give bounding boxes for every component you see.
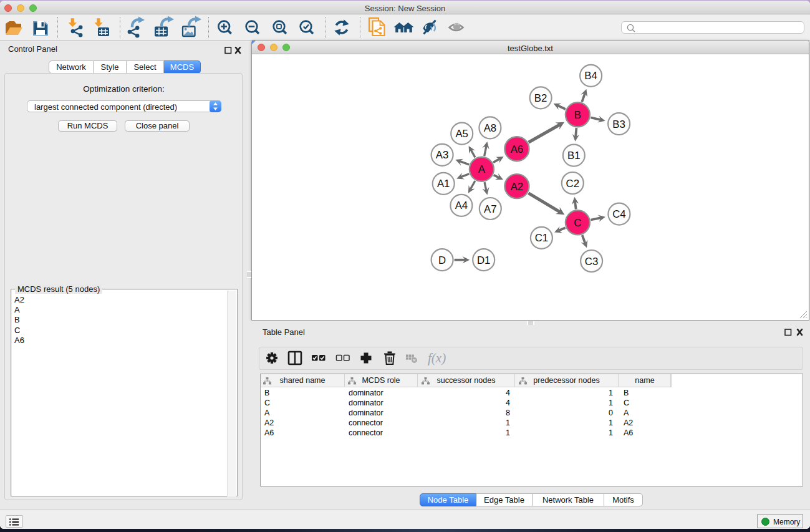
- svg-text:C4: C4: [612, 208, 625, 220]
- svg-text:A7: A7: [484, 203, 497, 215]
- svg-text:A: A: [478, 163, 486, 175]
- svg-text:A8: A8: [484, 122, 497, 134]
- svg-text:B: B: [574, 109, 581, 121]
- svg-text:D: D: [438, 254, 446, 266]
- svg-text:A6: A6: [511, 143, 524, 155]
- svg-text:B1: B1: [567, 150, 581, 162]
- svg-text:A4: A4: [455, 200, 468, 211]
- svg-text:D1: D1: [477, 254, 490, 266]
- svg-text:A2: A2: [511, 181, 524, 193]
- svg-text:B3: B3: [612, 118, 625, 130]
- svg-text:C2: C2: [566, 178, 579, 190]
- svg-text:B2: B2: [534, 92, 547, 104]
- svg-text:C: C: [574, 217, 581, 229]
- svg-text:A5: A5: [455, 128, 468, 140]
- svg-text:B4: B4: [584, 70, 597, 82]
- svg-text:A1: A1: [437, 178, 450, 190]
- svg-text:A3: A3: [436, 149, 449, 161]
- svg-text:f(x): f(x): [428, 351, 446, 365]
- svg-text:C1: C1: [535, 232, 548, 244]
- svg-text:C3: C3: [585, 256, 598, 268]
